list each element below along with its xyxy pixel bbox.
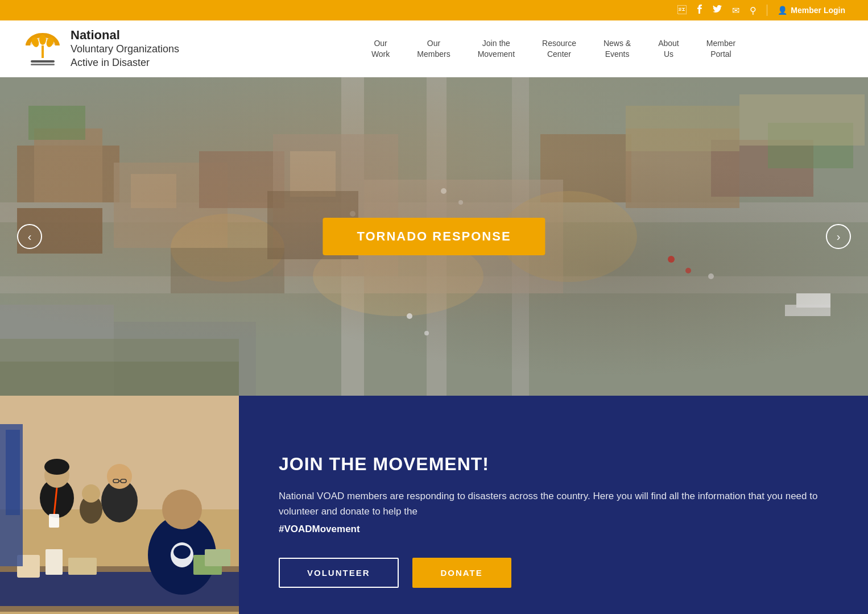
- svg-point-59: [107, 464, 132, 489]
- svg-rect-75: [6, 430, 20, 515]
- facebook-icon[interactable]: [697, 5, 702, 16]
- top-bar:  ✉ ⚲ 👤 Member Login: [0, 0, 868, 20]
- join-hashtag: #VOADMovement: [279, 524, 828, 535]
- svg-rect-53: [46, 549, 63, 575]
- join-body-text: National VOAD members are responding to …: [279, 488, 828, 519]
- svg-point-67: [173, 545, 191, 559]
- nav-about-us[interactable]: AboutUs: [644, 32, 693, 64]
- facebook-icon[interactable]: : [677, 5, 687, 15]
- hero-cta-button[interactable]: TORNADO RESPONSE: [323, 218, 545, 255]
- email-icon[interactable]: ✉: [732, 5, 739, 16]
- main-nav: OurWork OurMembers Join theMovement Reso…: [262, 32, 845, 64]
- hero-prev-button[interactable]: ‹: [17, 224, 42, 249]
- svg-rect-73: [205, 549, 230, 566]
- nav-member-portal[interactable]: MemberPortal: [693, 32, 749, 64]
- svg-point-57: [44, 459, 69, 475]
- divider: [767, 5, 767, 16]
- svg-point-1: [39, 35, 46, 45]
- svg-rect-3: [42, 45, 44, 58]
- user-icon: 👤: [778, 6, 787, 15]
- cta-buttons: VOLUNTEER DONATE: [279, 558, 828, 588]
- logo[interactable]: National Voluntary Organizations Active …: [23, 28, 262, 69]
- nav-join-movement[interactable]: Join theMovement: [464, 32, 528, 64]
- svg-point-71: [82, 484, 100, 503]
- nav-our-work[interactable]: OurWork: [358, 32, 403, 64]
- member-login-button[interactable]: 👤 Member Login: [778, 6, 845, 15]
- svg-rect-4: [31, 60, 55, 63]
- header: National Voluntary Organizations Active …: [0, 20, 868, 77]
- search-icon[interactable]: ⚲: [750, 5, 757, 16]
- logo-text: National Voluntary Organizations Active …: [71, 28, 179, 69]
- volunteer-button[interactable]: VOLUNTEER: [279, 558, 399, 588]
- nav-news-events[interactable]: News &Events: [590, 32, 644, 64]
- join-movement-section: JOIN THE MOVEMENT! National VOAD members…: [239, 396, 868, 614]
- people-image: [0, 396, 239, 614]
- svg-point-64: [162, 489, 202, 529]
- svg-rect-5: [31, 64, 55, 65]
- hero-next-button[interactable]: ›: [826, 224, 851, 249]
- people-scene-svg: [0, 396, 239, 614]
- twitter-icon[interactable]: [713, 5, 722, 15]
- hero-slider: ‹ › TORNADO RESPONSE: [0, 77, 868, 396]
- svg-rect-69: [49, 514, 59, 528]
- nav-resource-center[interactable]: ResourceCenter: [528, 32, 590, 64]
- donate-button[interactable]: DONATE: [412, 558, 511, 588]
- join-title: JOIN THE MOVEMENT!: [279, 454, 828, 475]
- bottom-section: JOIN THE MOVEMENT! National VOAD members…: [0, 396, 868, 614]
- people-scene-bg: [0, 396, 239, 614]
- svg-rect-54: [68, 558, 97, 575]
- nav-our-members[interactable]: OurMembers: [403, 32, 464, 64]
- logo-icon: [23, 28, 63, 68]
